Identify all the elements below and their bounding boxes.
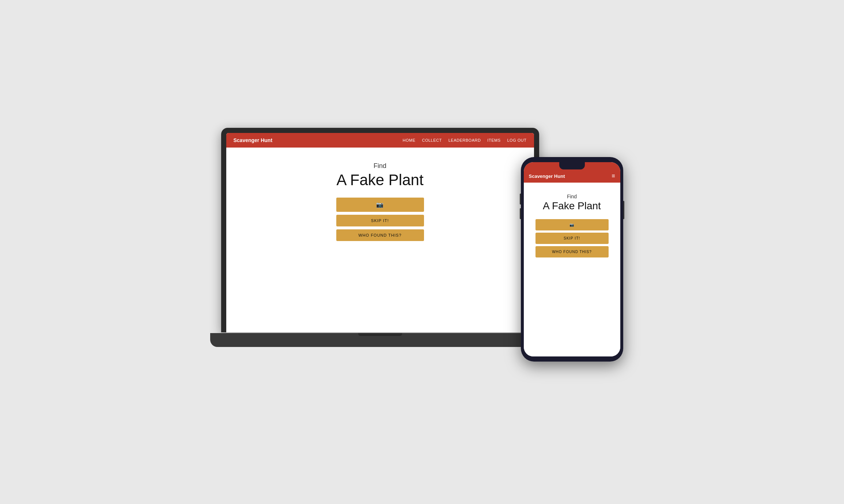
laptop-item-title: A Fake Plant xyxy=(336,171,423,189)
laptop-brand: Scavenger Hunt xyxy=(234,137,273,143)
phone-button-group: 📷 SKIP IT! WHO FOUND THIS? xyxy=(535,219,609,257)
laptop-screen: Scavenger Hunt HOME COLLECT LEADERBOARD … xyxy=(226,133,534,332)
phone-frame: Scavenger Hunt ≡ Find A Fake Plant 📷 SKI… xyxy=(521,157,623,362)
phone-vol-down xyxy=(520,208,521,219)
laptop-content: Find A Fake Plant 📷 SKIP IT! WHO FOUND T… xyxy=(226,148,534,332)
phone-notch xyxy=(559,162,585,169)
laptop-nav-links: HOME COLLECT LEADERBOARD ITEMS LOG OUT xyxy=(402,138,526,142)
phone-camera-button[interactable]: 📷 xyxy=(535,219,609,230)
phone-item-title: A Fake Plant xyxy=(539,200,605,212)
nav-items[interactable]: ITEMS xyxy=(487,138,500,142)
scene: Scavenger Hunt HOME COLLECT LEADERBOARD … xyxy=(221,128,623,376)
phone-device: Scavenger Hunt ≡ Find A Fake Plant 📷 SKI… xyxy=(521,157,623,362)
hamburger-icon[interactable]: ≡ xyxy=(612,173,615,179)
phone-vol-up xyxy=(520,194,521,205)
nav-leaderboard[interactable]: LEADERBOARD xyxy=(449,138,481,142)
laptop-button-group: 📷 SKIP IT! WHO FOUND THIS? xyxy=(336,198,424,241)
laptop-find-label: Find xyxy=(374,162,386,170)
phone-camera-icon: 📷 xyxy=(569,223,574,227)
nav-collect[interactable]: COLLECT xyxy=(422,138,442,142)
phone-content: Find A Fake Plant 📷 SKIP IT! WHO FOUND T… xyxy=(524,183,620,356)
phone-brand: Scavenger Hunt xyxy=(529,173,565,179)
phone-screen: Scavenger Hunt ≡ Find A Fake Plant 📷 SKI… xyxy=(524,162,620,356)
phone-who-found-button[interactable]: WHO FOUND THIS? xyxy=(535,246,609,257)
nav-logout[interactable]: LOG OUT xyxy=(507,138,526,142)
laptop-who-found-button[interactable]: WHO FOUND THIS? xyxy=(336,229,424,241)
laptop-base xyxy=(210,333,550,347)
laptop-navbar: Scavenger Hunt HOME COLLECT LEADERBOARD … xyxy=(226,133,534,148)
nav-home[interactable]: HOME xyxy=(402,138,415,142)
phone-find-label: Find xyxy=(567,194,577,199)
phone-power-button xyxy=(623,201,624,219)
laptop-device: Scavenger Hunt HOME COLLECT LEADERBOARD … xyxy=(221,128,539,347)
phone-skip-button[interactable]: SKIP IT! xyxy=(535,233,609,244)
laptop-camera-button[interactable]: 📷 xyxy=(336,198,424,212)
laptop-skip-button[interactable]: SKIP IT! xyxy=(336,215,424,226)
camera-icon: 📷 xyxy=(376,202,384,208)
laptop-frame: Scavenger Hunt HOME COLLECT LEADERBOARD … xyxy=(221,128,539,332)
